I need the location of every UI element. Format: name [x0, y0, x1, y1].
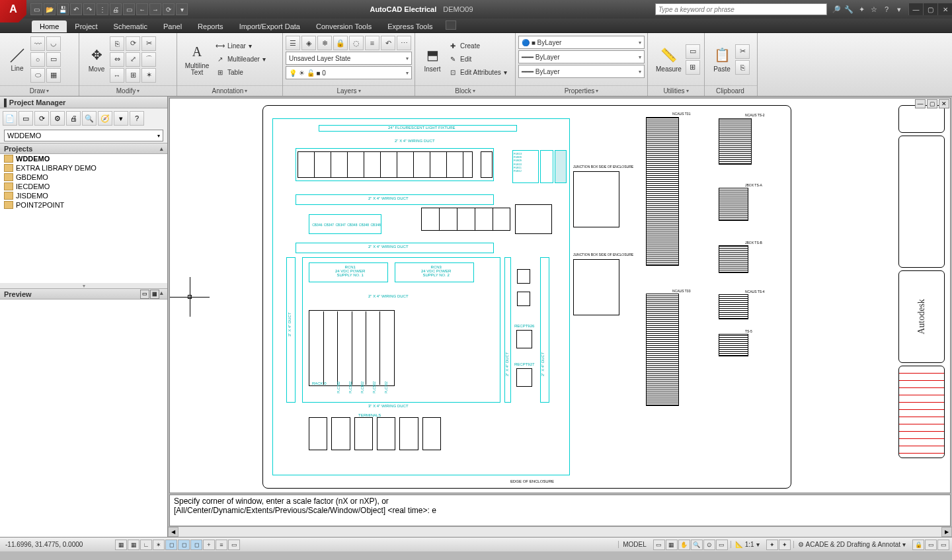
annotation-scale[interactable]: 📐 1:1 ▾: [731, 541, 764, 548]
layer-off-icon[interactable]: ◌: [349, 36, 364, 50]
multileader-button[interactable]: ↗Multileader ▾: [213, 54, 268, 65]
sb-ortho-icon[interactable]: ∟: [140, 540, 152, 550]
sb-wheel-icon[interactable]: ⊙: [703, 540, 715, 550]
copy-clip-icon[interactable]: ⎘: [735, 60, 750, 75]
layer-match-icon[interactable]: ≡: [365, 36, 379, 50]
projects-header[interactable]: Projects▴: [0, 143, 167, 154]
minimize-button[interactable]: —: [908, 3, 923, 15]
panel-label-layers[interactable]: Layers: [283, 85, 415, 96]
panel-label-annotation[interactable]: Annotation: [177, 85, 282, 96]
trim-icon[interactable]: ✂: [141, 36, 156, 51]
qat-open-icon[interactable]: 📂: [44, 3, 56, 15]
vp-min-icon[interactable]: —: [915, 99, 926, 108]
sb-otrack-icon[interactable]: ◻: [178, 540, 190, 550]
tab-project[interactable]: Project: [67, 20, 105, 32]
hatch-icon[interactable]: ▦: [46, 68, 61, 83]
qat-redo-icon[interactable]: ↷: [83, 3, 95, 15]
sb-osnap-icon[interactable]: ◻: [165, 540, 177, 550]
tab-express[interactable]: Express Tools: [379, 20, 440, 32]
arc-icon[interactable]: ◡: [46, 36, 61, 51]
qat-reload-icon[interactable]: ⟳: [163, 3, 175, 15]
project-item[interactable]: POINT2POINT: [0, 200, 167, 210]
rectangle-icon[interactable]: ▭: [46, 52, 61, 67]
mirror-icon[interactable]: ⇔: [110, 52, 124, 67]
sb-anno1-icon[interactable]: ✦: [766, 540, 778, 550]
panel-label-utilities[interactable]: Utilities: [648, 85, 704, 96]
layer-combo[interactable]: 💡 ☀ 🔓 ■ 0: [286, 66, 412, 79]
sb-clean-icon[interactable]: ▭: [937, 540, 949, 550]
qat-new-icon[interactable]: ▭: [30, 3, 42, 15]
project-item[interactable]: IECDEMO: [0, 182, 167, 191]
favorites-icon[interactable]: ☆: [869, 4, 879, 15]
help-dropdown-icon[interactable]: ▾: [894, 4, 904, 15]
scroll-left-icon[interactable]: ◀: [168, 527, 178, 537]
qat-next-icon[interactable]: →: [149, 3, 161, 15]
splitter-grip[interactable]: ▾: [0, 283, 167, 288]
tab-import-export[interactable]: Import/Export Data: [231, 20, 308, 32]
sb-pan-icon[interactable]: ✋: [678, 540, 690, 550]
mtext-button[interactable]: A Multiline Text: [181, 42, 213, 77]
sb-lock-icon[interactable]: 🔒: [912, 540, 924, 550]
layer-prev-icon[interactable]: ↶: [381, 36, 395, 50]
panel-label-modify[interactable]: Modify: [79, 85, 177, 96]
pm-new-icon[interactable]: 📄: [3, 111, 17, 126]
preview-mode1-icon[interactable]: ▭: [140, 290, 149, 299]
help-icon[interactable]: ?: [881, 4, 892, 15]
paste-button[interactable]: 📋 Paste: [709, 44, 735, 74]
calc-icon[interactable]: ⊞: [686, 60, 700, 75]
array-icon[interactable]: ⊞: [126, 68, 140, 83]
tab-focus-icon[interactable]: [446, 20, 456, 30]
pm-new-dwg-icon[interactable]: ▭: [19, 111, 33, 126]
pm-refresh-icon[interactable]: ⟳: [34, 111, 49, 126]
layer-state-combo[interactable]: Unsaved Layer State: [286, 52, 412, 65]
sb-ducs-icon[interactable]: ◻: [190, 540, 202, 550]
preview-header[interactable]: Preview ▭ ▦ ▴: [0, 288, 167, 300]
sb-layout-icon[interactable]: ▭: [653, 540, 665, 550]
copy-icon[interactable]: ⎘: [110, 36, 124, 51]
edit-block-button[interactable]: ✎Edit: [446, 54, 510, 65]
project-item[interactable]: JISDEMO: [0, 191, 167, 200]
move-button[interactable]: ✥ Move: [83, 44, 110, 74]
sb-tray-icon[interactable]: ▭: [925, 540, 937, 550]
circle-icon[interactable]: ○: [30, 52, 45, 67]
select-icon[interactable]: ▭: [686, 44, 700, 59]
binoculars-icon[interactable]: 🔎: [831, 4, 842, 15]
pm-project-combo[interactable]: WDDEMO: [4, 130, 163, 141]
layer-iso-icon[interactable]: ◈: [301, 36, 316, 50]
tab-reports[interactable]: Reports: [190, 20, 231, 32]
pm-help-icon[interactable]: ?: [130, 111, 144, 126]
tab-conversion[interactable]: Conversion Tools: [308, 20, 379, 32]
layer-more-icon[interactable]: ⋯: [397, 36, 411, 50]
sb-grid-icon[interactable]: ▦: [128, 540, 139, 550]
linetype-combo[interactable]: ━━━ ByLayer: [518, 65, 645, 78]
project-item[interactable]: WDDEMO: [0, 154, 167, 163]
vp-max-icon[interactable]: ▢: [927, 99, 937, 108]
sb-snap-icon[interactable]: ▦: [115, 540, 127, 550]
linear-dim-button[interactable]: ⟷Linear ▾: [213, 40, 268, 52]
fillet-icon[interactable]: ⌒: [141, 52, 156, 67]
panel-label-properties[interactable]: Properties: [516, 85, 647, 96]
project-item[interactable]: GBDEMO: [0, 173, 167, 182]
stretch-icon[interactable]: ↔: [110, 68, 124, 83]
maximize-button[interactable]: ▢: [923, 3, 937, 15]
polyline-icon[interactable]: 〰: [30, 36, 45, 51]
drawing-canvas[interactable]: EDGE OF ENCLOSURE 24" FLOURESCENT LIGHT …: [169, 98, 951, 493]
close-button[interactable]: ✕: [937, 3, 952, 15]
qat-batch-icon[interactable]: ▭: [123, 3, 135, 15]
tab-schematic[interactable]: Schematic: [106, 20, 155, 32]
line-button[interactable]: Line: [4, 45, 30, 73]
cut-icon[interactable]: ✂: [735, 44, 750, 59]
comm-icon[interactable]: ✦: [856, 4, 867, 15]
command-line[interactable]: Specify corner of window, enter a scale …: [169, 495, 951, 526]
qat-prev-icon[interactable]: ←: [136, 3, 148, 15]
layer-prop-icon[interactable]: ☰: [286, 36, 300, 50]
qat-print-icon[interactable]: 🖨: [110, 3, 122, 15]
pm-publish-icon[interactable]: 🖨: [66, 111, 81, 126]
workspace-switcher[interactable]: ⚙ ACADE & 2D Drafting & Annotat ▾: [793, 541, 910, 548]
measure-button[interactable]: 📏 Measure: [652, 44, 686, 74]
rotate-icon[interactable]: ⟳: [126, 36, 140, 51]
panel-label-draw[interactable]: Draw: [0, 85, 79, 96]
preview-mode2-icon[interactable]: ▦: [150, 290, 159, 299]
edit-attrs-button[interactable]: ⊡Edit Attributes ▾: [446, 67, 510, 79]
sb-qp-icon[interactable]: ▭: [228, 540, 240, 550]
